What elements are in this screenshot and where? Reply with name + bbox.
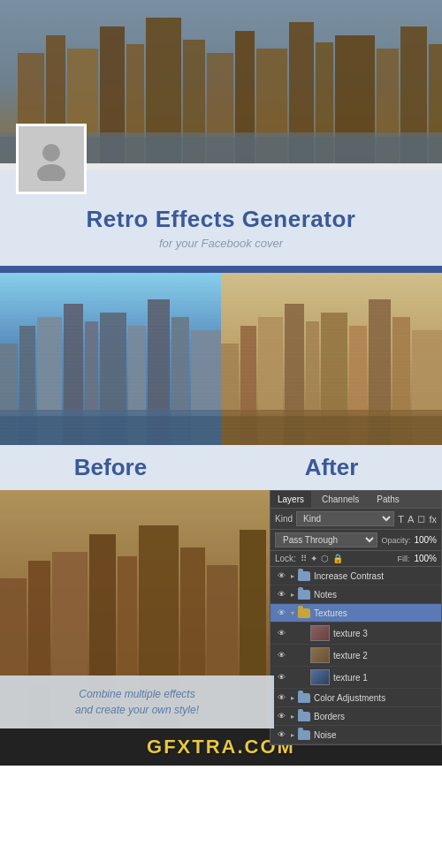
after-label: After — [221, 454, 442, 481]
eye-icon[interactable]: 👁 — [275, 671, 287, 683]
tab-layers[interactable]: Layers — [271, 491, 311, 508]
sub-title: for your Facebook cover — [18, 237, 424, 250]
eye-icon[interactable]: 👁 — [275, 728, 287, 741]
layer-name: Textures — [314, 608, 437, 618]
svg-rect-46 — [221, 410, 442, 445]
expand-arrow[interactable]: ▾ — [291, 609, 294, 617]
layer-name: Borders — [314, 712, 437, 721]
caption-line1: Combine multiple effects — [79, 688, 194, 700]
filter-label: Kind — [275, 514, 293, 524]
filter-icon-fx[interactable]: fx — [429, 514, 437, 525]
svg-rect-43 — [369, 299, 391, 445]
layer-name: Color Adjustments — [314, 693, 437, 703]
svg-rect-27 — [85, 321, 98, 445]
folder-icon — [298, 693, 310, 703]
svg-rect-28 — [100, 313, 126, 445]
layer-row[interactable]: 👁▸Increase Contrast — [271, 567, 441, 585]
layer-name: Notes — [314, 590, 437, 600]
layer-row[interactable]: 👁▸Color Adjustments — [271, 689, 441, 707]
fill-value: 100% — [414, 554, 437, 563]
folder-icon — [298, 571, 310, 581]
eye-icon[interactable]: 👁 — [275, 649, 287, 661]
layers-list: 👁▸Increase Contrast👁▸Notes👁▾Textures👁▸te… — [271, 567, 441, 744]
after-cityscape — [221, 273, 442, 445]
filter-icon-t[interactable]: T — [398, 514, 404, 525]
folder-icon — [298, 730, 310, 740]
svg-point-21 — [37, 164, 65, 181]
lock-icon-all[interactable]: 🔒 — [332, 554, 343, 563]
svg-rect-44 — [392, 317, 410, 445]
svg-rect-23 — [0, 343, 18, 445]
bottom-section: Layers Channels Paths Kind Kind T A ◻ fx… — [0, 490, 442, 728]
svg-rect-38 — [258, 317, 283, 445]
fill-label: Fill: — [397, 555, 409, 563]
layers-panel: Layers Channels Paths Kind Kind T A ◻ fx… — [270, 490, 442, 745]
eye-icon[interactable]: 👁 — [275, 710, 287, 722]
before-after-section: Before After — [0, 273, 442, 490]
expand-arrow[interactable]: ▸ — [291, 731, 294, 739]
eye-icon[interactable]: 👁 — [275, 588, 287, 600]
lock-icon-artboard[interactable]: ⬡ — [321, 554, 329, 563]
before-label: Before — [0, 454, 221, 481]
blue-divider — [0, 266, 442, 273]
svg-rect-25 — [37, 317, 62, 445]
layer-row[interactable]: 👁▾Textures — [271, 604, 441, 623]
layer-thumb — [310, 669, 330, 685]
expand-arrow[interactable]: ▸ — [291, 591, 294, 599]
layer-name: Increase Contrast — [314, 571, 437, 581]
folder-icon — [298, 608, 310, 618]
svg-rect-24 — [19, 326, 35, 445]
svg-rect-35 — [221, 273, 442, 445]
svg-rect-42 — [349, 326, 367, 445]
folder-icon — [298, 712, 310, 721]
filter-icon-shape[interactable]: ◻ — [417, 513, 425, 525]
layer-name: texture 3 — [333, 629, 437, 638]
eye-icon[interactable]: 👁 — [275, 570, 287, 582]
tab-channels[interactable]: Channels — [315, 491, 366, 508]
after-image — [221, 273, 442, 445]
expand-arrow[interactable]: ▸ — [291, 694, 294, 702]
fb-profile-area — [0, 163, 442, 170]
blend-select[interactable]: Pass Through Normal Multiply Screen — [275, 532, 377, 547]
layer-name: texture 2 — [333, 651, 437, 660]
lock-icon-pixel[interactable]: ⠿ — [301, 554, 307, 563]
avatar-icon — [29, 137, 73, 181]
svg-rect-30 — [148, 299, 170, 445]
folder-icon — [298, 590, 310, 600]
eye-icon[interactable]: 👁 — [275, 627, 287, 639]
svg-rect-39 — [285, 304, 304, 445]
layers-tabs: Layers Channels Paths — [271, 491, 441, 509]
tab-paths[interactable]: Paths — [370, 491, 407, 508]
opacity-value: 100% — [414, 535, 437, 545]
layer-thumb — [310, 647, 330, 663]
svg-rect-33 — [0, 410, 221, 445]
before-image — [0, 273, 221, 445]
lock-icon-move[interactable]: ✦ — [310, 554, 317, 563]
filter-row: Kind Kind T A ◻ fx — [271, 509, 441, 530]
fb-cover-section — [0, 0, 442, 170]
layer-row[interactable]: 👁▸texture 1 — [271, 667, 441, 689]
layer-name: Noise — [314, 730, 437, 740]
layer-thumb — [310, 625, 330, 641]
eye-icon[interactable]: 👁 — [275, 607, 287, 619]
expand-arrow[interactable]: ▸ — [291, 572, 294, 580]
svg-rect-34 — [0, 416, 221, 445]
svg-rect-40 — [306, 321, 319, 445]
svg-rect-26 — [64, 304, 83, 445]
svg-rect-45 — [412, 330, 442, 445]
filter-icon-a[interactable]: A — [408, 514, 414, 525]
eye-icon[interactable]: 👁 — [275, 691, 287, 704]
layer-row[interactable]: 👁▸texture 3 — [271, 623, 441, 645]
fb-avatar — [16, 124, 87, 194]
expand-arrow[interactable]: ▸ — [291, 713, 294, 721]
main-title: Retro Effects Generator — [18, 206, 424, 233]
layer-row[interactable]: 👁▸Notes — [271, 585, 441, 604]
caption-section: Combine multiple effects and create your… — [0, 676, 274, 728]
caption-text: Combine multiple effects and create your… — [35, 686, 239, 718]
blend-row: Pass Through Normal Multiply Screen Opac… — [271, 530, 441, 551]
layer-row[interactable]: 👁▸Noise — [271, 726, 441, 744]
svg-rect-32 — [191, 330, 221, 445]
filter-select[interactable]: Kind — [296, 511, 394, 526]
layer-row[interactable]: 👁▸Borders — [271, 707, 441, 726]
layer-row[interactable]: 👁▸texture 2 — [271, 645, 441, 667]
